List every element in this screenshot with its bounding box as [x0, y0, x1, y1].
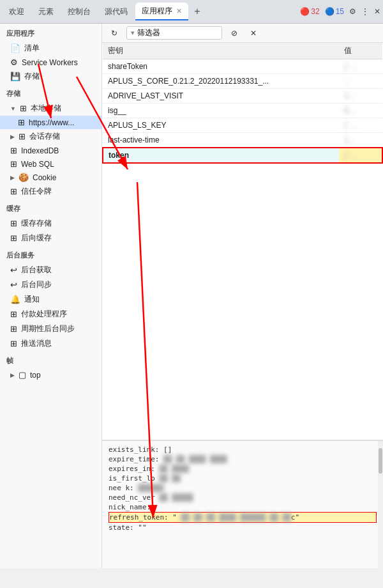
close-button[interactable]: ✕ [246, 27, 260, 39]
refresh-button[interactable]: ↻ [107, 27, 121, 39]
clear-button[interactable]: ⊘ [227, 27, 241, 39]
value-line: refresh_token: " ██ ██ ██ ████ ██████ ██… [109, 512, 377, 523]
trust-token-icon: ⊞ [10, 187, 17, 196]
value-line: is_first_lo ██ ██ [109, 474, 377, 483]
col-val-header: 值 [339, 43, 382, 59]
table-cell-key: APLUS_S_CORE_0.21.2_20220112193331_... [103, 74, 339, 89]
table-cell-value: 8... [339, 104, 382, 118]
frames-icon: ▢ [19, 370, 26, 380]
notifications-icon: 🔔 [10, 295, 20, 304]
sidebar-service-workers[interactable]: ⚙ Service Workers [0, 56, 101, 69]
sidebar-push-msg[interactable]: ⊞ 推送消息 [0, 336, 101, 351]
table-cell-key: token [103, 148, 339, 163]
filter-box: ▾ 筛选器 [126, 26, 222, 40]
table-cell-key: shareToken [103, 59, 339, 74]
bg-fetch-icon: ↩ [10, 265, 17, 275]
table-cell-value: {' ... [339, 118, 382, 133]
sidebar-local-storage-url[interactable]: ⊞ https://www... [0, 116, 101, 129]
panel-toolbar: ↻ ▾ 筛选器 ⊘ ✕ [102, 24, 383, 43]
table-row[interactable]: last-active-time1... [103, 133, 382, 148]
table-cell-value: 1... [339, 133, 382, 148]
value-line: state: "" [109, 523, 377, 532]
expand-arrow-session[interactable]: ▶ [10, 134, 15, 140]
tab-sources[interactable]: 源代码 [98, 3, 134, 20]
table-cell-value: {' ... [339, 59, 382, 74]
indexeddb-icon: ⊞ [10, 146, 17, 155]
session-storage-icon: ⊞ [19, 132, 26, 141]
sidebar-payment-handler[interactable]: ⊞ 付款处理程序 [0, 307, 101, 321]
sidebar-manifest[interactable]: 📄 清单 [0, 41, 101, 56]
section-app-title: 应用程序 [0, 24, 101, 41]
tab-elements[interactable]: 元素 [32, 3, 60, 20]
value-line: expires_in: ██ ████ [109, 464, 377, 474]
sidebar-websql[interactable]: ⊞ Web SQL [0, 157, 101, 171]
tab-application[interactable]: 应用程序 ✕ [135, 3, 188, 20]
col-key-header: 密钥 [103, 43, 339, 59]
sidebar: 应用程序 📄 清单 ⚙ Service Workers 💾 存储 存储 ▼ ⊞ … [0, 24, 102, 568]
expand-arrow-cookie[interactable]: ▶ [10, 174, 15, 181]
section-storage-title: 存储 [0, 84, 101, 101]
sidebar-session-storage[interactable]: ▶ ⊞ 会话存储 [0, 129, 101, 144]
service-workers-icon: ⚙ [10, 58, 18, 67]
settings-icon[interactable]: ⚙ [349, 7, 356, 16]
tab-welcome[interactable]: 欢迎 [3, 3, 31, 20]
sidebar-periodic-bg-sync[interactable]: ⊞ 周期性后台同步 [0, 321, 101, 336]
tab-add-button[interactable]: + [190, 4, 205, 19]
value-lines: exists_link: []expire_time: ██ ██ ████ █… [109, 445, 377, 532]
main-panel: ↻ ▾ 筛选器 ⊘ ✕ 密钥 值 shareToken{' ...APLUS_S… [102, 24, 383, 568]
more-icon[interactable]: ⋮ [361, 7, 369, 16]
bg-sync-icon: ↩ [10, 280, 17, 290]
table-cell-value: {' ... [339, 148, 382, 163]
storage-app-icon: 💾 [10, 72, 20, 81]
payment-icon: ⊞ [10, 309, 17, 319]
window-close-icon[interactable]: ✕ [374, 7, 380, 16]
scrollbar[interactable] [378, 441, 383, 568]
sidebar-indexeddb[interactable]: ⊞ IndexedDB [0, 144, 101, 157]
table-cell-value: 1... [339, 89, 382, 104]
table-cell-key: last-active-time [103, 133, 339, 148]
value-panel: exists_link: []expire_time: ██ ██ ████ █… [102, 440, 383, 568]
periodic-sync-icon: ⊞ [10, 324, 17, 334]
sidebar-notifications[interactable]: 🔔 通知 [0, 292, 101, 307]
value-line: nick_name: [109, 502, 377, 512]
sidebar-back-cache[interactable]: ⊞ 后向缓存 [0, 231, 101, 245]
url-storage-icon: ⊞ [18, 118, 25, 127]
filter-icon: ▾ [131, 29, 135, 37]
table-cell-key: ADRIVE_LAST_VISIT [103, 89, 339, 104]
warning-badge: 🔵 15 [325, 7, 344, 16]
table-row[interactable]: APLUS_LS_KEY{' ... [103, 118, 382, 133]
sidebar-cache-storage[interactable]: ⊞ 缓存存储 [0, 216, 101, 231]
section-cache-title: 缓存 [0, 199, 101, 216]
scrollbar-thumb[interactable] [379, 448, 382, 474]
expand-arrow-frames[interactable]: ▶ [10, 372, 15, 378]
tab-console[interactable]: 控制台 [61, 3, 97, 20]
table-row[interactable]: ADRIVE_LAST_VISIT1... [103, 89, 382, 104]
local-storage-icon: ⊞ [20, 104, 27, 113]
devtools: 应用程序 📄 清单 ⚙ Service Workers 💾 存储 存储 ▼ ⊞ … [0, 24, 383, 568]
cache-storage-icon: ⊞ [10, 219, 17, 228]
table-row[interactable]: shareToken{' ... [103, 59, 382, 74]
expand-arrow-local[interactable]: ▼ [10, 105, 16, 112]
value-line: nee k: ██████ [109, 483, 377, 493]
status-icons: 🔴 32 🔵 15 ⚙ ⋮ ✕ [300, 7, 380, 16]
value-line: expire_time: ██ ██ ████ ████ [109, 454, 377, 464]
section-bg-title: 后台服务 [0, 245, 101, 263]
sidebar-storage-app[interactable]: 💾 存储 [0, 69, 101, 84]
table-cell-value: ... [339, 74, 382, 89]
table-cell-key: APLUS_LS_KEY [103, 118, 339, 133]
sidebar-trust-token[interactable]: ⊞ 信任令牌 [0, 184, 101, 199]
sidebar-local-storage[interactable]: ▼ ⊞ 本地存储 [0, 101, 101, 116]
websql-icon: ⊞ [10, 159, 17, 169]
push-icon: ⊞ [10, 339, 17, 348]
storage-table[interactable]: 密钥 值 shareToken{' ...APLUS_S_CORE_0.21.2… [102, 43, 383, 440]
tab-close-icon[interactable]: ✕ [176, 7, 182, 15]
table-cell-key: isg__ [103, 104, 339, 118]
table-row[interactable]: APLUS_S_CORE_0.21.2_20220112193331_.....… [103, 74, 382, 89]
table-row[interactable]: token{' ... [103, 148, 382, 163]
value-line: exists_link: [] [109, 445, 377, 454]
sidebar-bg-sync[interactable]: ↩ 后台同步 [0, 277, 101, 292]
sidebar-bg-fetch[interactable]: ↩ 后台获取 [0, 263, 101, 277]
sidebar-cookie[interactable]: ▶ 🍪 Cookie [0, 171, 101, 184]
table-row[interactable]: isg__8... [103, 104, 382, 118]
sidebar-frames-top[interactable]: ▶ ▢ top [0, 368, 101, 382]
